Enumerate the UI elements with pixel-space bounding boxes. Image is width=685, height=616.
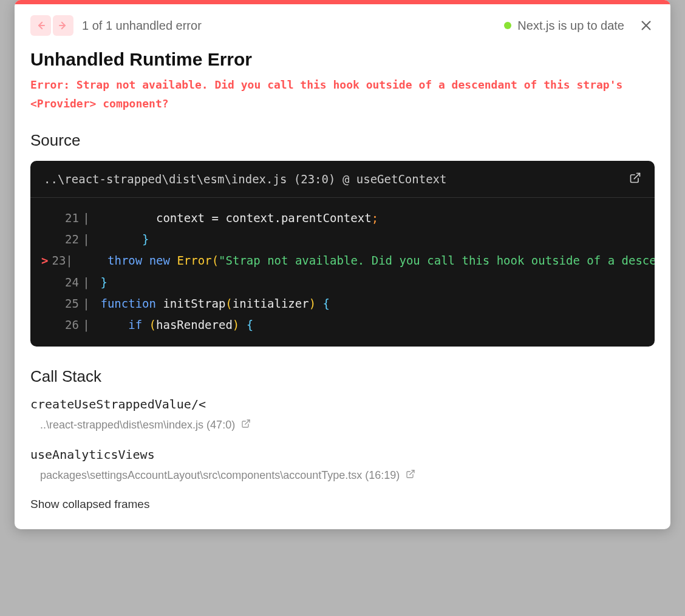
code-line: 25| function initStrap(initializer) { bbox=[30, 293, 655, 314]
source-file-path: ..\react-strapped\dist\esm\index.js (23:… bbox=[44, 172, 629, 186]
source-heading: Source bbox=[30, 131, 655, 150]
error-line-marker bbox=[41, 314, 55, 336]
error-counter: 1 of 1 unhandled error bbox=[82, 19, 202, 33]
gutter-separator: | bbox=[66, 250, 72, 271]
build-status: Next.js is up to date bbox=[504, 19, 624, 33]
line-number: 21 bbox=[55, 208, 79, 229]
accent-bar bbox=[15, 0, 670, 4]
code-text: function initStrap(initializer) { bbox=[94, 293, 330, 314]
close-button[interactable] bbox=[638, 17, 655, 34]
svg-line-5 bbox=[245, 420, 250, 424]
stack-frame-location: ..\react-strapped\dist\esm\index.js (47:… bbox=[30, 419, 655, 432]
next-error-button[interactable] bbox=[53, 15, 73, 36]
error-line-marker bbox=[41, 293, 55, 314]
status-text: Next.js is up to date bbox=[517, 19, 624, 33]
svg-line-6 bbox=[410, 470, 414, 475]
error-line-marker bbox=[41, 208, 55, 229]
code-text: throw new Error("Strap not available. Di… bbox=[73, 250, 655, 271]
stack-frame-function: useAnalyticsViews bbox=[30, 447, 655, 462]
close-icon bbox=[639, 19, 653, 32]
callstack-list: createUseStrappedValue/<..\react-strappe… bbox=[30, 397, 655, 482]
open-in-editor-button[interactable] bbox=[629, 172, 641, 186]
stack-frame: useAnalyticsViewspackages\settingsAccoun… bbox=[30, 447, 655, 482]
callstack-heading: Call Stack bbox=[30, 367, 655, 386]
external-link-icon bbox=[406, 469, 415, 479]
stack-frame-path: ..\react-strapped\dist\esm\index.js (47:… bbox=[40, 419, 235, 432]
gutter-separator: | bbox=[79, 208, 94, 229]
error-title: Unhandled Runtime Error bbox=[30, 49, 655, 70]
code-line: 26| if (hasRendered) { bbox=[30, 314, 655, 336]
code-text: } bbox=[94, 272, 107, 293]
line-number: 24 bbox=[55, 272, 79, 293]
error-line-marker: > bbox=[41, 250, 52, 271]
stack-frame: createUseStrappedValue/<..\react-strappe… bbox=[30, 397, 655, 432]
code-text: context = context.parentContext; bbox=[94, 208, 378, 229]
status-dot-icon bbox=[504, 22, 511, 29]
prev-error-button[interactable] bbox=[30, 15, 51, 36]
open-frame-in-editor-button[interactable] bbox=[241, 419, 251, 432]
gutter-separator: | bbox=[79, 272, 94, 293]
source-file-header: ..\react-strapped\dist\esm\index.js (23:… bbox=[30, 161, 655, 198]
external-link-icon bbox=[629, 172, 641, 184]
gutter-separator: | bbox=[79, 314, 94, 336]
content: Unhandled Runtime Error Error: Strap not… bbox=[15, 42, 670, 529]
gutter-separator: | bbox=[79, 229, 94, 250]
svg-line-4 bbox=[634, 174, 639, 179]
show-collapsed-frames-button[interactable]: Show collapsed frames bbox=[30, 498, 655, 511]
code-line: >23| throw new Error("Strap not availabl… bbox=[30, 250, 655, 271]
external-link-icon bbox=[241, 419, 251, 428]
stack-frame-function: createUseStrappedValue/< bbox=[30, 397, 655, 411]
source-panel: ..\react-strapped\dist\esm\index.js (23:… bbox=[30, 161, 655, 347]
gutter-separator: | bbox=[79, 293, 94, 314]
line-number: 25 bbox=[55, 293, 79, 314]
source-code[interactable]: 21| context = context.parentContext;22| … bbox=[30, 198, 655, 347]
line-number: 26 bbox=[55, 314, 79, 336]
code-text: if (hasRendered) { bbox=[94, 314, 253, 336]
code-text: } bbox=[94, 229, 149, 250]
line-number: 23 bbox=[52, 250, 66, 271]
stack-frame-path: packages\settingsAccountLayout\src\compo… bbox=[40, 469, 400, 482]
stack-frame-location: packages\settingsAccountLayout\src\compo… bbox=[30, 469, 655, 482]
error-line-marker bbox=[41, 229, 55, 250]
error-overlay: 1 of 1 unhandled error Next.js is up to … bbox=[15, 0, 670, 529]
arrow-right-icon bbox=[58, 20, 69, 31]
open-frame-in-editor-button[interactable] bbox=[406, 469, 415, 482]
code-line: 22| } bbox=[30, 229, 655, 250]
code-line: 24| } bbox=[30, 272, 655, 293]
line-number: 22 bbox=[55, 229, 79, 250]
nav-buttons bbox=[30, 15, 73, 36]
error-line-marker bbox=[41, 272, 55, 293]
error-message: Error: Strap not available. Did you call… bbox=[30, 76, 655, 113]
code-line: 21| context = context.parentContext; bbox=[30, 208, 655, 229]
header-row: 1 of 1 unhandled error Next.js is up to … bbox=[15, 4, 670, 42]
arrow-left-icon bbox=[35, 20, 46, 31]
